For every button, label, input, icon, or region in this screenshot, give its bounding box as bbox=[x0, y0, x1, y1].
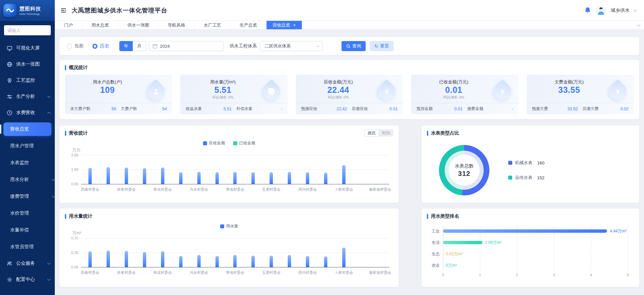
toolbar-时间-button[interactable]: 时间 bbox=[379, 129, 393, 137]
content: 当前 历史 年 月 2024 供水工程体系 二区供水体系 bbox=[55, 30, 644, 295]
sidebar-item-工艺监控[interactable]: 工艺监控 bbox=[0, 72, 55, 88]
sidebar-search-input[interactable] bbox=[4, 25, 51, 35]
usage-title: 用水量统计 bbox=[59, 209, 399, 219]
tab-供水一张图[interactable]: 供水一张图 bbox=[118, 21, 159, 29]
radio-current-dot[interactable] bbox=[67, 44, 72, 49]
row-label: 生态 bbox=[432, 251, 440, 257]
x-axis-label: 西沟村委会 bbox=[298, 270, 317, 275]
notification-bell-icon[interactable] bbox=[584, 7, 591, 14]
card-title: 用水量(万m³) bbox=[180, 79, 265, 85]
card-value: 0.01 bbox=[411, 85, 496, 95]
usage-legend: 用水量 bbox=[59, 223, 399, 229]
x-axis-label: 善花村委会 bbox=[153, 187, 172, 192]
period-month-button[interactable]: 月 bbox=[133, 41, 146, 51]
tab-营收总览-active[interactable]: 营收总览× bbox=[267, 21, 302, 29]
card-stat-value: 55 bbox=[112, 107, 116, 111]
sidebar-item-水量补偿[interactable]: 水量补偿 bbox=[0, 222, 55, 238]
stat-card-欠费金额(万元): 欠费金额(万元)33.55¥预缴欠费33.52后缴欠费0.02 bbox=[527, 75, 634, 114]
sidebar: 慧图科技 Huitu Technology 可视化大屏供水一张图工艺监控生产分析… bbox=[0, 0, 55, 295]
user-menu-chevron-icon[interactable] bbox=[634, 8, 637, 11]
y-tick: 1.50 bbox=[71, 168, 78, 172]
sidebar-item-生产分析[interactable]: 生产分析 bbox=[0, 88, 55, 105]
tab-生产总览[interactable]: 生产总览 bbox=[231, 21, 267, 29]
x-axis-label: 薛家村委会 bbox=[117, 187, 135, 192]
bar-value: 0万m³ bbox=[446, 263, 457, 268]
bar bbox=[251, 172, 255, 184]
tab-close-icon[interactable]: × bbox=[293, 23, 296, 27]
year-value: 2024 bbox=[160, 44, 170, 49]
legend-swatch bbox=[220, 224, 224, 228]
bar bbox=[324, 256, 327, 267]
search-button[interactable]: 查询 bbox=[341, 41, 366, 51]
user-name[interactable]: 城乡供水 bbox=[611, 7, 630, 13]
bar bbox=[342, 165, 346, 184]
tab-门户[interactable]: 门户 bbox=[55, 21, 82, 29]
main-area: 大禹慧图城乡供水一体化管理平台 城乡供水 门户用水总览供水一张图导航风格水厂工艺… bbox=[55, 0, 644, 295]
legend-item-远传水表[interactable]: 远传水表152 bbox=[508, 175, 545, 181]
radio-current[interactable]: 当前 bbox=[67, 43, 84, 49]
year-picker[interactable]: 2024 bbox=[149, 41, 224, 51]
bar bbox=[251, 256, 255, 267]
sidebar-item-用水分析[interactable]: 用水分析 bbox=[0, 171, 55, 188]
avatar[interactable] bbox=[596, 5, 606, 15]
x-axis-label: 草地村委会 bbox=[226, 270, 244, 275]
y-tick: 3.00 bbox=[71, 153, 78, 157]
bar bbox=[143, 252, 146, 267]
sidebar-item-水价管理[interactable]: 水价管理 bbox=[0, 205, 55, 222]
toolbar-政区-button[interactable]: 政区 bbox=[364, 129, 379, 137]
x-axis-label: 沟东村委会 bbox=[190, 187, 208, 192]
period-year-button[interactable]: 年 bbox=[119, 41, 133, 51]
reset-button[interactable]: ↻ 重置 bbox=[370, 41, 394, 51]
tab-bar: 门户用水总览供水一张图导航风格水厂工艺生产总览营收总览× bbox=[55, 21, 644, 30]
row-label: 生活 bbox=[432, 240, 440, 246]
card-trend bbox=[527, 95, 612, 100]
y-tick: 0.00 bbox=[71, 265, 78, 269]
tab-导航风格[interactable]: 导航风格 bbox=[159, 21, 195, 29]
tab-用水总览[interactable]: 用水总览 bbox=[82, 21, 118, 29]
card-title: 用水户总数(户) bbox=[65, 79, 150, 85]
overview-title: 概况统计 bbox=[59, 60, 639, 71]
radio-history-label: 历史 bbox=[100, 43, 109, 49]
x-tick: 4 bbox=[590, 273, 592, 277]
collapse-menu-icon[interactable] bbox=[60, 7, 67, 14]
x-tick: 2 bbox=[516, 273, 518, 277]
brand-logo-icon bbox=[3, 4, 17, 17]
system-select[interactable]: 二区供水体系 bbox=[260, 41, 323, 51]
card-value: 5.51 bbox=[180, 85, 265, 95]
y-tick: 0.70 bbox=[71, 236, 78, 240]
sidebar-item-营收总览[interactable]: 营收总览 bbox=[3, 122, 51, 136]
radio-history-dot[interactable] bbox=[92, 44, 97, 49]
sidebar-item-可视化大屏[interactable]: 可视化大屏 bbox=[0, 40, 55, 56]
tab-水厂工艺[interactable]: 水厂工艺 bbox=[195, 21, 231, 29]
monitor-icon bbox=[7, 78, 12, 83]
radio-history[interactable]: 历史 bbox=[92, 43, 109, 49]
legend-item-用水量[interactable]: 用水量 bbox=[220, 223, 238, 229]
legend-item-机械水表[interactable]: 机械水表160 bbox=[508, 160, 545, 166]
card-stat-label: 欠费户数 bbox=[121, 106, 137, 112]
sidebar-item-公众服务[interactable]: 公众服务 bbox=[0, 255, 55, 271]
card-stat-label: 后缴应收 bbox=[352, 106, 368, 112]
legend-item-已收金额[interactable]: 已收金额 bbox=[233, 140, 255, 146]
card-stat-label: 预缴应收 bbox=[301, 106, 317, 112]
card-stat-value: 0.02 bbox=[620, 107, 629, 111]
chevron-down-icon bbox=[52, 178, 55, 181]
sidebar-item-配置中心[interactable]: 配置中心 bbox=[0, 271, 55, 288]
globe-icon bbox=[7, 62, 12, 67]
card-value: 22.44 bbox=[296, 85, 381, 95]
overview-panel: 概况统计 用水户总数(户)109未欠费户数55欠费户数54用水量(万m³)5.5… bbox=[59, 60, 639, 119]
legend-item-应收金额[interactable]: 应收金额 bbox=[203, 140, 225, 146]
card-title: 欠费金额(万元) bbox=[527, 79, 612, 85]
legend-swatch bbox=[508, 161, 512, 165]
sidebar-item-供水一张图[interactable]: 供水一张图 bbox=[0, 56, 55, 72]
sidebar-menu: 可视化大屏供水一张图工艺监控生产分析水费营收营收总览用水户管理水表监控用水分析缴… bbox=[0, 40, 55, 295]
sidebar-item-缴费管理[interactable]: 缴费管理 bbox=[0, 188, 55, 205]
sidebar-item-用水户管理[interactable]: 用水户管理 bbox=[0, 138, 55, 154]
x-tick: 3 bbox=[553, 273, 555, 277]
sidebar-item-水管员管理[interactable]: 水管员管理 bbox=[0, 238, 55, 255]
sidebar-item-水表监控[interactable]: 水表监控 bbox=[0, 154, 55, 171]
donut-center-value: 312 bbox=[458, 170, 470, 178]
ranking-row-生活: 生活1.06万m³ bbox=[443, 237, 628, 248]
tab-overflow-chevron-icon[interactable] bbox=[634, 21, 644, 29]
active-indicator bbox=[0, 124, 1, 134]
sidebar-item-水费营收[interactable]: 水费营收 bbox=[0, 105, 55, 121]
